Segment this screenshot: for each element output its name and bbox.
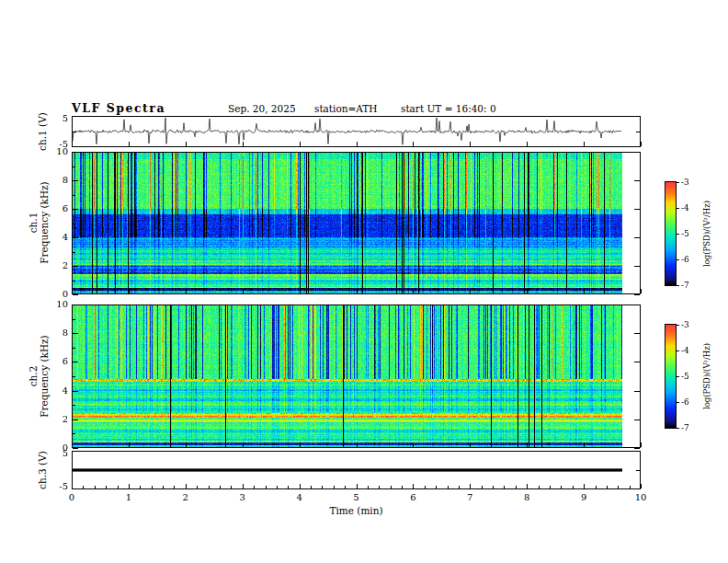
- x-tick-mark: [584, 442, 585, 447]
- x-minor-tick-mark: [288, 486, 289, 488]
- y-minor-tick-mark: [73, 376, 75, 377]
- ch2-spectrogram-ylabel-line2: Frequency (kHz): [39, 305, 50, 448]
- x-tick-label: 6: [404, 492, 422, 503]
- x-tick-mark: [641, 484, 642, 488]
- colorbar-tick-mark: [677, 325, 679, 326]
- y-tick-mark-right: [634, 362, 640, 362]
- figure-title: VLF Spectra: [72, 101, 165, 115]
- colorbar-tick-label: -3: [681, 178, 701, 187]
- x-minor-tick-mark: [163, 486, 164, 488]
- x-tick-label: 10: [631, 492, 650, 503]
- ch1-spectrogram-ylabel-line1: ch.1: [28, 152, 39, 294]
- x-tick-mark: [300, 142, 301, 146]
- x-minor-tick-mark: [618, 486, 619, 488]
- x-minor-tick-mark: [254, 486, 255, 488]
- x-tick-mark: [129, 142, 130, 146]
- colorbar-1-canvas: [665, 182, 676, 285]
- x-minor-tick-mark: [95, 486, 96, 488]
- x-minor-tick-mark: [311, 486, 312, 488]
- x-tick-mark: [357, 142, 358, 146]
- x-tick-label: 9: [574, 492, 593, 503]
- x-minor-tick-mark: [266, 486, 267, 488]
- x-minor-tick-mark: [482, 486, 483, 488]
- x-minor-tick-mark: [402, 486, 403, 488]
- x-tick-mark: [300, 442, 301, 447]
- colorbar-tick-label: -7: [681, 281, 701, 290]
- y-tick-mark-right: [634, 304, 640, 305]
- y-minor-tick-mark: [73, 319, 75, 320]
- ch1-spectrogram-ylabel: ch.1 Frequency (kHz): [28, 152, 50, 294]
- ch1-spectrogram-panel: [72, 152, 641, 294]
- x-minor-tick-mark: [459, 486, 460, 488]
- x-tick-mark: [470, 442, 471, 447]
- colorbar-tick-label: -5: [681, 372, 701, 381]
- x-tick-label: 3: [233, 492, 252, 503]
- x-tick-mark: [413, 289, 414, 293]
- x-tick-mark: [527, 289, 528, 293]
- y-tick-mark: [73, 180, 78, 181]
- x-minor-tick-mark: [448, 486, 449, 488]
- y-tick-mark: [73, 237, 78, 238]
- x-minor-tick-mark: [550, 486, 551, 488]
- y-zero-tick-mark-right: [636, 132, 640, 132]
- colorbar-tick-label: -7: [681, 423, 701, 432]
- x-minor-tick-mark: [504, 486, 505, 488]
- y-zero-tick-mark: [73, 132, 76, 132]
- x-tick-label: 0: [63, 492, 81, 503]
- x-tick-label: 8: [518, 492, 536, 503]
- colorbar-tick-mark: [677, 350, 679, 351]
- colorbar-tick-label: -4: [681, 203, 701, 213]
- colorbar-tick-label: -3: [681, 320, 701, 329]
- x-tick-label: 4: [290, 492, 309, 503]
- x-minor-tick-mark: [368, 486, 369, 488]
- x-tick-mark: [243, 442, 244, 447]
- ch1-spectrogram-ylabel-line2: Frequency (kHz): [39, 152, 50, 294]
- ch2-spectrogram-canvas: [73, 305, 640, 447]
- x-minor-tick-mark: [277, 486, 278, 488]
- x-tick-mark: [186, 442, 187, 447]
- x-minor-tick-mark: [83, 486, 84, 488]
- ch2-spectrogram-panel: [72, 304, 641, 448]
- x-tick-mark: [584, 142, 585, 146]
- y-minor-tick-mark: [73, 281, 75, 282]
- y-tick-label: 2: [46, 260, 68, 271]
- y-tick-mark: [73, 448, 78, 449]
- x-tick-mark: [243, 484, 244, 488]
- colorbar-2-canvas: [665, 325, 676, 428]
- y-tick-mark: [73, 266, 78, 267]
- x-tick-mark: [357, 289, 358, 293]
- colorbar-1-label: log(PSD)/(V²/Hz): [702, 183, 711, 284]
- x-tick-mark: [470, 142, 471, 146]
- colorbar-1: [665, 181, 677, 286]
- x-tick-mark: [641, 142, 642, 146]
- x-tick-mark: [641, 442, 642, 447]
- x-tick-mark: [413, 484, 414, 488]
- y-minor-tick-mark: [73, 167, 75, 167]
- x-tick-label: 2: [176, 492, 195, 503]
- colorbar-2-label: log(PSD)/(V²/Hz): [702, 326, 711, 427]
- x-tick-mark: [243, 142, 244, 146]
- y-tick-mark: [73, 391, 78, 392]
- x-tick-mark: [300, 484, 301, 488]
- y-minor-tick-mark: [73, 348, 75, 349]
- y-tick-label: 6: [46, 203, 68, 214]
- x-minor-tick-mark: [322, 486, 323, 488]
- ch2-spectrogram-ylabel: ch.2 Frequency (kHz): [28, 305, 50, 448]
- y-minor-tick-mark: [73, 195, 75, 196]
- x-tick-mark: [413, 142, 414, 146]
- colorbar-tick-mark: [677, 285, 679, 286]
- y-tick-mark-right: [634, 266, 640, 267]
- colorbar-tick-mark: [677, 259, 679, 260]
- y-tick-label: -5: [46, 139, 68, 150]
- y-tick-label: 4: [46, 232, 68, 243]
- y-zero-tick-mark: [73, 470, 76, 471]
- x-axis-label: Time (min): [72, 505, 641, 516]
- colorbar-tick-mark: [677, 428, 679, 429]
- x-tick-mark: [527, 484, 528, 488]
- x-tick-mark: [584, 484, 585, 488]
- y-tick-mark-right: [634, 152, 640, 153]
- x-tick-mark: [129, 484, 130, 488]
- x-minor-tick-mark: [220, 486, 221, 488]
- vlf-spectra-figure: VLF Spectra Sep. 20, 2025 station=ATH st…: [0, 0, 728, 563]
- y-tick-mark: [73, 333, 78, 334]
